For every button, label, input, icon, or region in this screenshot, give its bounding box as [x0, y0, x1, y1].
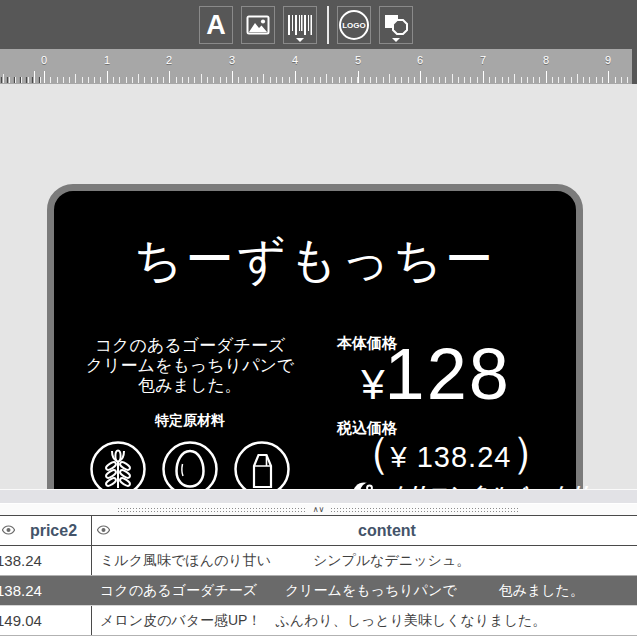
- table-row-selected[interactable]: 138.24 コクのあるゴーダチーズ クリームをもっちりパンで 包みました。: [0, 576, 637, 606]
- column-divider: [91, 546, 92, 575]
- tax-paren-open: （: [347, 427, 391, 476]
- column-header-content[interactable]: content: [92, 516, 637, 545]
- splitter[interactable]: ∧∨: [0, 504, 637, 515]
- ruler-number: 9: [598, 54, 618, 66]
- currency-symbol: ¥: [361, 361, 384, 408]
- logo-tool-button[interactable]: LOGO: [337, 6, 371, 44]
- svg-text:LOGO: LOGO: [342, 21, 366, 30]
- image-tool-button[interactable]: [241, 6, 275, 44]
- toolbar-buttons: A: [199, 6, 421, 44]
- shapes-tool-button[interactable]: [379, 6, 413, 44]
- text-tool-button[interactable]: A: [199, 6, 233, 44]
- description-line: クリームをもっちりパンで: [54, 356, 326, 376]
- design-canvas[interactable]: ちーずもっちー コクのあるゴーダチーズ クリームをもっちりパンで 包みました。 …: [0, 84, 637, 489]
- visibility-icon[interactable]: [2, 525, 15, 535]
- ruler-number: 5: [348, 54, 368, 66]
- base-price[interactable]: ¥128: [326, 341, 546, 427]
- table-body: 138.24 ミルク風味でほんのり甘い シンプルなデニッシュ。 138.24 コ…: [0, 546, 637, 636]
- cell-content: コクのあるゴーダチーズ クリームをもっちりパンで 包みました。: [100, 576, 584, 605]
- text-tool-icon: A: [206, 12, 226, 39]
- ruler-ticks-major: [0, 71, 637, 83]
- toolbar-divider: [327, 6, 329, 44]
- horizontal-ruler: 0 1 2 3 4 5 6 7 8 9: [0, 49, 637, 84]
- tax-price-value: ¥ 138.24: [391, 441, 512, 473]
- barcode-tool-button[interactable]: [283, 6, 317, 44]
- price-value: 128: [385, 334, 511, 414]
- toolbar: A: [0, 0, 637, 49]
- cell-content: メロン皮のバター感UP！ ふんわり、しっとり美味しくなりました。: [100, 606, 546, 635]
- ruler-number: 4: [285, 54, 305, 66]
- price-label-card[interactable]: ちーずもっちー コクのあるゴーダチーズ クリームをもっちりパンで 包みました。 …: [47, 184, 583, 525]
- column-header-label: content: [92, 516, 637, 545]
- description-line: コクのあるゴーダチーズ: [54, 336, 326, 356]
- ruler-number: 1: [97, 54, 117, 66]
- ruler-number: 6: [410, 54, 430, 66]
- chevron-down-icon: [296, 38, 304, 42]
- cell-content: ミルク風味でほんのり甘い シンプルなデニッシュ。: [100, 546, 470, 575]
- cell-price2: 138.24: [0, 546, 42, 575]
- visibility-icon[interactable]: [97, 525, 110, 535]
- product-description[interactable]: コクのあるゴーダチーズ クリームをもっちりパンで 包みました。: [54, 336, 326, 396]
- ruler-number: 3: [222, 54, 242, 66]
- image-icon: [246, 15, 270, 35]
- column-divider: [91, 606, 92, 635]
- barcode-icon: [287, 14, 313, 36]
- table-row[interactable]: 138.24 ミルク風味でほんのり甘い シンプルなデニッシュ。: [0, 546, 637, 576]
- allergen-heading[interactable]: 特定原材料: [54, 412, 326, 430]
- ruler-number: 0: [34, 54, 54, 66]
- ruler-number: 2: [159, 54, 179, 66]
- shapes-icon: [382, 13, 410, 37]
- ruler-ticks-origin-left: [0, 77, 41, 83]
- ruler-number: 7: [473, 54, 493, 66]
- table-header: price2 content: [0, 515, 637, 546]
- tax-paren-close: ）: [511, 427, 555, 476]
- ruler-number: 8: [536, 54, 556, 66]
- cell-price2: 138.24: [0, 576, 42, 605]
- column-header-price2[interactable]: price2: [0, 516, 92, 545]
- chevron-down-icon: [392, 38, 400, 42]
- table-row[interactable]: 149.04 メロン皮のバター感UP！ ふんわり、しっとり美味しくなりました。: [0, 606, 637, 636]
- splitter-band[interactable]: [0, 489, 637, 504]
- description-line: 包みました。: [54, 376, 326, 396]
- product-title[interactable]: ちーずもっちー: [54, 236, 576, 284]
- splitter-chevrons-icon[interactable]: ∧∨: [313, 507, 325, 513]
- cell-price2: 149.04: [0, 606, 42, 635]
- splitter-dots: [330, 507, 520, 512]
- splitter-dots: [117, 507, 307, 512]
- ruler-right-edge: [632, 49, 637, 84]
- logo-icon: LOGO: [338, 9, 370, 41]
- tax-price[interactable]: （¥ 138.24）: [341, 430, 561, 484]
